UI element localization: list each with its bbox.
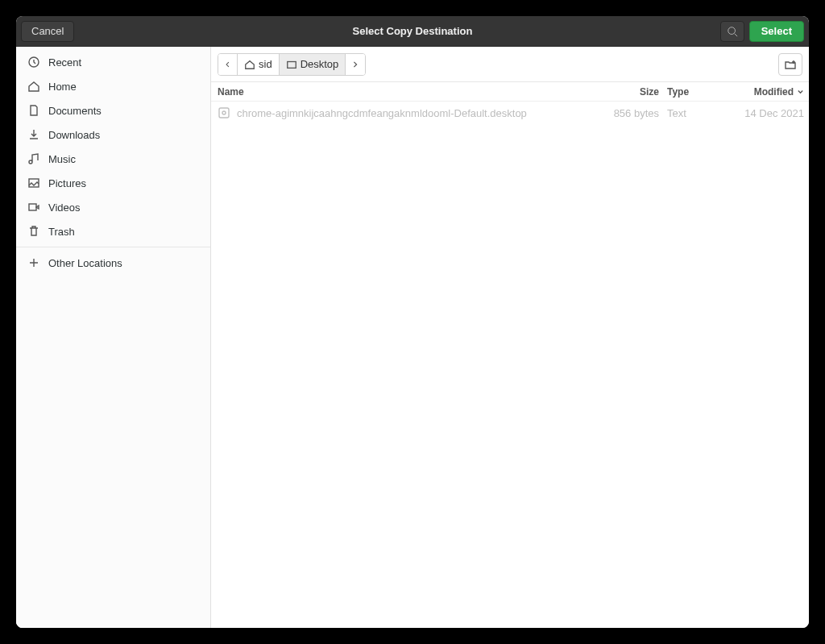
videos-icon bbox=[27, 201, 40, 214]
new-folder-icon bbox=[784, 58, 797, 71]
sidebar-item-home[interactable]: Home bbox=[16, 74, 210, 98]
plus-icon bbox=[27, 256, 40, 269]
trash-icon bbox=[27, 225, 40, 238]
file-modified: 14 Dec 2021 bbox=[723, 107, 804, 119]
sidebar-item-label: Recent bbox=[48, 56, 81, 69]
sidebar-item-trash[interactable]: Trash bbox=[16, 219, 210, 243]
sidebar-item-label: Documents bbox=[48, 105, 102, 117]
sidebar-item-label: Downloads bbox=[48, 129, 100, 141]
titlebar: Cancel Select Copy Destination Select bbox=[16, 16, 809, 47]
column-header-type[interactable]: Type bbox=[667, 86, 723, 98]
clock-icon bbox=[27, 56, 40, 69]
column-header-size[interactable]: Size bbox=[595, 86, 667, 98]
sidebar-item-label: Videos bbox=[48, 202, 81, 214]
search-button[interactable] bbox=[720, 21, 744, 42]
svg-rect-5 bbox=[287, 61, 296, 68]
svg-rect-4 bbox=[29, 204, 36, 210]
search-icon bbox=[727, 26, 738, 37]
sort-desc-icon bbox=[797, 88, 804, 95]
sidebar-item-pictures[interactable]: Pictures bbox=[16, 171, 210, 195]
file-row[interactable]: chrome-agimnkijcaahngcdmfeangaknmldooml-… bbox=[211, 102, 809, 124]
file-chooser-window: Cancel Select Copy Destination Select Re… bbox=[16, 16, 809, 628]
svg-point-7 bbox=[222, 111, 226, 114]
music-icon bbox=[27, 152, 40, 165]
file-name: chrome-agimnkijcaahngcdmfeangaknmldooml-… bbox=[237, 107, 527, 119]
breadcrumb-segment-sid[interactable]: sid bbox=[238, 54, 280, 75]
new-folder-button[interactable] bbox=[778, 53, 802, 76]
cancel-button[interactable]: Cancel bbox=[21, 21, 74, 42]
column-header-modified[interactable]: Modified bbox=[723, 86, 804, 98]
dialog-body: Recent Home Documents Downloads Music Pi… bbox=[16, 47, 809, 628]
settings-icon bbox=[218, 106, 230, 119]
sidebar-item-documents[interactable]: Documents bbox=[16, 98, 210, 123]
breadcrumb-segment-desktop[interactable]: Desktop bbox=[280, 54, 346, 75]
sidebar-item-other-locations[interactable]: Other Locations bbox=[16, 251, 210, 275]
svg-line-1 bbox=[734, 33, 737, 36]
breadcrumb-label: Desktop bbox=[301, 58, 339, 70]
file-size: 856 bytes bbox=[595, 107, 667, 119]
breadcrumb-label: sid bbox=[259, 58, 272, 70]
select-button[interactable]: Select bbox=[749, 21, 804, 42]
sidebar-item-videos[interactable]: Videos bbox=[16, 195, 210, 219]
nav-back-button[interactable] bbox=[218, 54, 238, 75]
sidebar-item-label: Music bbox=[48, 153, 76, 165]
chevron-right-icon bbox=[352, 60, 359, 69]
column-header-modified-label: Modified bbox=[754, 86, 794, 98]
toolbar: sid Desktop bbox=[211, 47, 809, 82]
sidebar-item-music[interactable]: Music bbox=[16, 147, 210, 171]
main-pane: sid Desktop Name bbox=[211, 47, 809, 628]
downloads-icon bbox=[27, 128, 40, 141]
pictures-icon bbox=[27, 177, 40, 189]
sidebar-item-downloads[interactable]: Downloads bbox=[16, 123, 210, 147]
sidebar-separator bbox=[16, 247, 210, 247]
sidebar-item-label: Other Locations bbox=[48, 257, 122, 269]
documents-icon bbox=[27, 104, 40, 117]
home-icon bbox=[27, 80, 40, 93]
sidebar-item-label: Home bbox=[48, 81, 77, 93]
breadcrumb: sid Desktop bbox=[218, 53, 366, 76]
sidebar-item-label: Trash bbox=[48, 226, 75, 238]
column-header-name[interactable]: Name bbox=[216, 86, 595, 98]
file-type: Text bbox=[667, 107, 723, 119]
sidebar-item-label: Pictures bbox=[48, 177, 86, 189]
sidebar: Recent Home Documents Downloads Music Pi… bbox=[16, 47, 211, 628]
nav-forward-button[interactable] bbox=[346, 54, 365, 75]
home-icon bbox=[244, 59, 255, 70]
svg-rect-6 bbox=[219, 108, 229, 118]
dialog-title: Select Copy Destination bbox=[16, 25, 809, 37]
sidebar-item-recent[interactable]: Recent bbox=[16, 50, 210, 74]
svg-point-0 bbox=[728, 27, 735, 34]
file-list-header: Name Size Type Modified bbox=[211, 82, 809, 102]
folder-icon bbox=[286, 59, 297, 70]
chevron-left-icon bbox=[225, 60, 230, 69]
